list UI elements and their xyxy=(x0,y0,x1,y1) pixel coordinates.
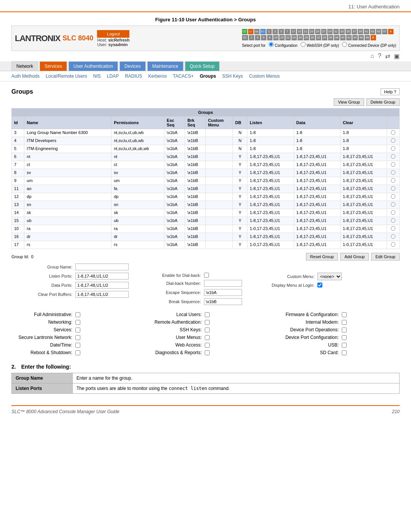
cell-brk: \x1bB xyxy=(185,137,206,145)
break-seq-input[interactable] xyxy=(204,298,242,305)
cell-id: 10 xyxy=(12,225,24,233)
cell-menu xyxy=(206,209,233,217)
listen-ports-input[interactable] xyxy=(75,273,129,280)
tab-devices[interactable]: Devices xyxy=(119,61,146,71)
perm-device-port-config[interactable] xyxy=(342,335,347,340)
custom-menu-select[interactable]: <none> xyxy=(317,273,342,280)
row-select-radio[interactable] xyxy=(391,186,395,191)
help-button[interactable]: Help ? xyxy=(381,88,400,95)
clear-ports-input[interactable] xyxy=(75,291,129,298)
cell-radio[interactable] xyxy=(387,217,399,225)
cell-radio[interactable] xyxy=(387,209,399,217)
perm-services[interactable] xyxy=(75,328,80,332)
sub-nav-custom-menus[interactable]: Custom Menus xyxy=(249,73,280,79)
perm-sd-card[interactable] xyxy=(342,350,347,355)
cell-data: 1-8 xyxy=(294,129,340,137)
delete-group-button[interactable]: Delete Group xyxy=(366,98,400,106)
perm-user-menus[interactable] xyxy=(205,335,210,340)
perm-ssh-keys[interactable] xyxy=(205,328,210,332)
cell-radio[interactable] xyxy=(387,153,399,161)
reset-group-button[interactable]: Reset Group xyxy=(306,253,338,260)
row-select-radio[interactable] xyxy=(391,178,395,183)
sub-nav-kerberos[interactable]: Kerberos xyxy=(148,73,167,79)
sub-nav-radius[interactable]: RADIUS xyxy=(125,73,142,79)
perm-device-port-ops[interactable] xyxy=(342,328,347,332)
row-select-radio[interactable] xyxy=(391,202,395,207)
cell-radio[interactable] xyxy=(387,225,399,233)
sub-nav-tacacs[interactable]: TACACS+ xyxy=(173,73,194,79)
row-select-radio[interactable] xyxy=(391,234,395,239)
perm-datetime[interactable] xyxy=(75,343,80,348)
row-select-radio[interactable] xyxy=(391,146,395,151)
row-select-radio[interactable] xyxy=(391,130,395,135)
cell-radio[interactable] xyxy=(387,233,399,241)
cell-menu xyxy=(206,161,233,169)
add-group-button[interactable]: Add Group xyxy=(340,253,369,260)
home-icon[interactable]: ⌂ xyxy=(370,53,374,60)
enable-dialback-checkbox[interactable] xyxy=(204,273,209,278)
row-select-radio[interactable] xyxy=(391,170,395,175)
sub-nav-groups[interactable]: Groups xyxy=(200,73,216,79)
perm-web-access[interactable] xyxy=(205,343,210,348)
help-icon[interactable]: ? xyxy=(378,53,381,60)
perm-diagnostics[interactable] xyxy=(205,350,210,355)
perm-full-admin[interactable] xyxy=(75,312,80,317)
edit-group-button[interactable]: Edit Group xyxy=(371,253,400,260)
sub-nav-local-remote[interactable]: Local/Remote Users xyxy=(46,73,87,79)
display-menu-checkbox[interactable] xyxy=(317,283,322,288)
cell-radio[interactable] xyxy=(387,145,399,153)
tab-network[interactable]: Network xyxy=(11,61,38,71)
tab-quick-setup[interactable]: Quick Setup xyxy=(185,61,220,71)
cell-radio[interactable] xyxy=(387,201,399,209)
cell-brk: \x1bB xyxy=(185,225,206,233)
perm-secure-network[interactable] xyxy=(75,335,80,340)
sub-nav-ssh-keys[interactable]: SSH Keys xyxy=(222,73,243,79)
sub-nav-auth-methods[interactable]: Auth Methods xyxy=(11,73,40,79)
cell-radio[interactable] xyxy=(387,193,399,201)
cell-radio[interactable] xyxy=(387,161,399,169)
perm-local-users[interactable] xyxy=(205,312,210,317)
dialback-number-input[interactable] xyxy=(204,280,242,287)
sub-nav-ldap[interactable]: LDAP xyxy=(107,73,119,79)
row-select-radio[interactable] xyxy=(391,210,395,215)
perm-remote-auth[interactable] xyxy=(205,320,210,325)
cell-id: 9 xyxy=(12,177,24,185)
tab-services[interactable]: Services xyxy=(40,61,67,71)
cell-radio[interactable] xyxy=(387,185,399,193)
cell-name: ao xyxy=(24,185,112,193)
cell-radio[interactable] xyxy=(387,137,399,145)
cell-radio[interactable] xyxy=(387,177,399,185)
perm-reboot[interactable] xyxy=(75,350,80,355)
group-name-input[interactable] xyxy=(75,264,129,270)
escape-seq-input[interactable] xyxy=(204,289,242,296)
cell-data: 1-8,17-23,45,U1 xyxy=(294,161,340,169)
perm-internal-modem-label: Internal Modem: xyxy=(270,320,339,325)
perm-usb[interactable] xyxy=(342,343,347,348)
row-select-radio[interactable] xyxy=(391,194,395,199)
data-ports-input[interactable] xyxy=(75,282,129,289)
row-select-radio[interactable] xyxy=(391,154,395,159)
perm-firmware[interactable] xyxy=(342,312,347,317)
sub-nav-nis[interactable]: NIS xyxy=(93,73,101,79)
row-select-radio[interactable] xyxy=(391,218,395,223)
perm-internal-modem[interactable] xyxy=(342,320,347,325)
perm-networking[interactable] xyxy=(75,320,80,325)
cell-name: ct xyxy=(24,161,112,169)
cell-radio[interactable] xyxy=(387,129,399,137)
tab-user-auth[interactable]: User Authentication xyxy=(68,61,118,71)
refresh-icon[interactable]: ⇄ xyxy=(385,53,390,60)
cell-radio[interactable] xyxy=(387,169,399,177)
cell-listen: 1-8,17-23,45,U1 xyxy=(247,193,294,201)
page-footer: SLC™ 8000 Advanced Console Manager User … xyxy=(11,405,400,417)
row-select-radio[interactable] xyxy=(391,226,395,231)
cell-clear: 1-8,17-23,45,U1 xyxy=(340,225,387,233)
row-select-radio[interactable] xyxy=(391,242,395,247)
col-db: DB xyxy=(233,117,247,129)
logout-button[interactable]: Logout xyxy=(97,30,129,38)
row-select-radio[interactable] xyxy=(391,138,395,143)
row-select-radio[interactable] xyxy=(391,162,395,167)
tab-maintenance[interactable]: Maintenance xyxy=(147,61,183,71)
save-icon[interactable]: ▣ xyxy=(394,53,400,60)
view-group-button[interactable]: View Group xyxy=(334,98,364,106)
cell-radio[interactable] xyxy=(387,241,399,249)
